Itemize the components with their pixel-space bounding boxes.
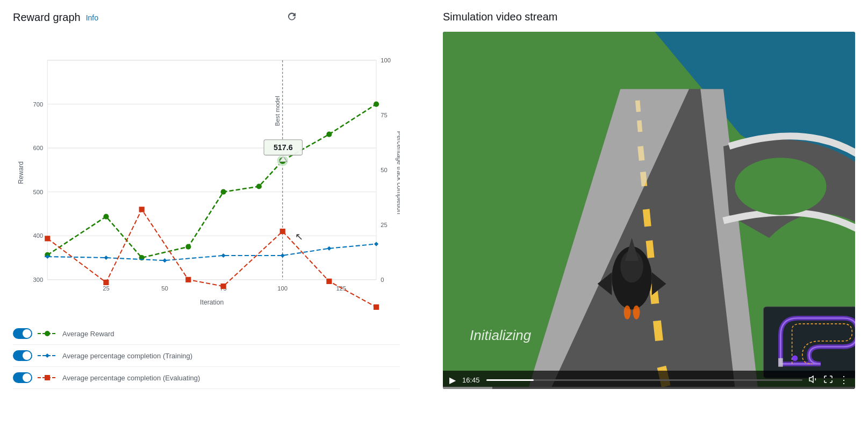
svg-text:100: 100 [381, 57, 391, 63]
svg-rect-61 [45, 375, 50, 380]
svg-marker-37 [104, 256, 108, 260]
legend-toggle-avg-reward[interactable] [13, 328, 32, 339]
svg-rect-48 [280, 229, 285, 234]
reward-chart: .axis-label { font-size: 12px; fill: #54… [13, 33, 400, 334]
svg-text:75: 75 [381, 112, 387, 118]
legend-avg-pct-evaluating: Average percentage completion (Evaluatin… [13, 367, 400, 389]
legend-label-avg-pct-training: Average percentage completion (Training) [62, 352, 192, 360]
svg-text:517.6: 517.6 [274, 143, 293, 152]
svg-point-32 [256, 183, 262, 189]
video-scrubber-fill [443, 387, 492, 389]
svg-point-57 [45, 331, 50, 336]
svg-rect-46 [185, 277, 191, 282]
svg-text:25: 25 [103, 285, 109, 292]
svg-point-35 [374, 101, 379, 107]
video-progress-bar[interactable] [486, 379, 802, 381]
svg-marker-41 [327, 246, 331, 251]
svg-rect-6 [47, 60, 376, 280]
info-badge[interactable]: Info [86, 13, 98, 22]
reward-graph-title: Reward graph [13, 11, 81, 24]
svg-text:Reward: Reward [17, 161, 25, 184]
more-options-icon[interactable]: ⋮ [839, 374, 849, 386]
volume-icon[interactable] [809, 376, 817, 385]
svg-text:400: 400 [33, 232, 43, 239]
svg-text:Iteration: Iteration [200, 299, 224, 306]
chart-svg: .axis-label { font-size: 12px; fill: #54… [13, 33, 400, 313]
play-button[interactable]: ▶ [449, 375, 456, 385]
svg-point-34 [326, 132, 332, 137]
svg-marker-42 [374, 242, 378, 246]
legend-avg-pct-training: Average percentage completion (Training) [13, 345, 400, 367]
svg-rect-45 [139, 207, 145, 212]
svg-text:100: 100 [277, 285, 288, 292]
legend-line-avg-reward [38, 330, 57, 337]
svg-text:25: 25 [381, 222, 387, 228]
legend-line-avg-pct-evaluating [38, 374, 57, 381]
svg-point-79 [624, 306, 631, 320]
svg-text:50: 50 [161, 285, 168, 292]
svg-marker-40 [281, 253, 285, 258]
svg-text:700: 700 [33, 101, 43, 108]
video-stream-header: Simulation video stream [443, 11, 855, 23]
legend-toggle-avg-pct-evaluating[interactable] [13, 372, 32, 383]
svg-rect-47 [221, 284, 226, 289]
svg-point-80 [633, 306, 640, 320]
video-time: 16:45 [462, 376, 480, 384]
refresh-icon[interactable] [286, 11, 297, 24]
svg-marker-38 [162, 258, 167, 263]
svg-text:500: 500 [33, 189, 43, 195]
svg-rect-49 [326, 279, 332, 284]
svg-point-31 [221, 189, 226, 195]
svg-text:Best model: Best model [274, 96, 281, 126]
video-frame: Initializing [443, 32, 855, 387]
legend-label-avg-reward: Average Reward [62, 330, 114, 338]
svg-text:0: 0 [381, 277, 384, 283]
legend-toggle-avg-pct-training[interactable] [13, 350, 32, 361]
right-panel: Simulation video stream [443, 11, 855, 428]
chart-legend: Average Reward Average percentage comple… [13, 323, 400, 389]
left-panel: Reward graph Info .axis-label { font-siz… [13, 11, 421, 428]
video-controls-bar: ▶ 16:45 ⋮ [443, 371, 855, 389]
svg-point-28 [103, 214, 109, 219]
legend-line-avg-pct-training [38, 352, 57, 359]
video-scrubber[interactable] [443, 387, 855, 389]
svg-text:300: 300 [33, 277, 43, 283]
svg-point-73 [735, 158, 826, 215]
svg-text:50: 50 [381, 167, 387, 173]
video-progress-fill [486, 379, 534, 381]
legend-label-avg-pct-evaluating: Average percentage completion (Evaluatin… [62, 374, 200, 382]
video-container[interactable]: Initializing ▶ 16:45 [443, 32, 855, 389]
svg-point-30 [185, 244, 191, 250]
svg-rect-50 [374, 305, 379, 310]
legend-avg-reward: Average Reward [13, 323, 400, 345]
svg-rect-83 [778, 358, 783, 367]
video-status-text: Initializing [470, 327, 531, 344]
fullscreen-icon[interactable] [824, 376, 833, 385]
svg-text:↖: ↖ [295, 231, 303, 242]
svg-text:600: 600 [33, 145, 43, 151]
reward-graph-header: Reward graph Info [13, 11, 421, 24]
svg-marker-59 [45, 353, 49, 358]
svg-rect-43 [45, 236, 50, 241]
svg-point-82 [792, 355, 798, 361]
svg-text:Percentage track completion: Percentage track completion [396, 131, 400, 215]
svg-rect-44 [103, 280, 109, 285]
svg-marker-39 [221, 253, 226, 258]
video-stream-title: Simulation video stream [443, 11, 557, 23]
